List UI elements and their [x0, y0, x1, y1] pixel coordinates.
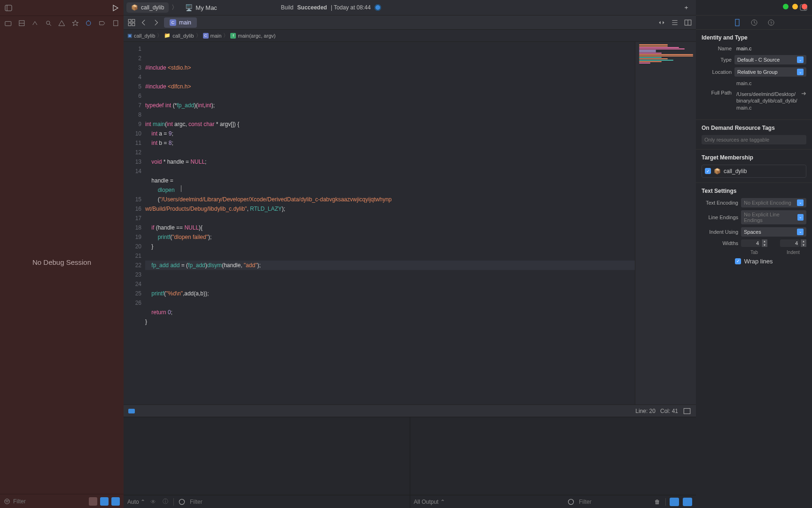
nav-icon-3[interactable]: [31, 20, 39, 27]
nav-back-icon[interactable]: [140, 18, 148, 27]
svg-marker-11: [100, 21, 105, 24]
identity-section-title: Identity and Type: [702, 34, 806, 41]
debug-info-icon[interactable]: ⓘ: [161, 498, 170, 506]
file-name-field[interactable]: main.c: [734, 45, 806, 52]
variables-view[interactable]: [124, 417, 410, 495]
debug-pane-right-toggle[interactable]: [683, 498, 692, 506]
auto-scope-selector[interactable]: Auto ⌃: [127, 499, 145, 505]
debug-pane-left-toggle[interactable]: [670, 498, 679, 506]
svg-rect-19: [132, 23, 135, 26]
assistant-editor-icon[interactable]: [684, 18, 692, 27]
test-nav-icon[interactable]: [72, 20, 79, 27]
reveal-path-icon[interactable]: ➜: [801, 90, 806, 97]
debug-nav-icon[interactable]: [85, 20, 92, 27]
nav-icon-2[interactable]: [18, 20, 25, 27]
nav-forward-icon[interactable]: [152, 18, 160, 27]
tab-width-stepper[interactable]: 4 ▲▼: [741, 239, 767, 247]
editor-layout-icon[interactable]: [683, 407, 691, 415]
traffic-light-minimize[interactable]: [792, 4, 798, 9]
cloud-status-icon: [375, 4, 381, 11]
debug-eye-icon[interactable]: 👁: [149, 498, 157, 506]
debug-filter2-icon[interactable]: [567, 498, 575, 506]
output-mode-selector[interactable]: All Output ⌃: [414, 499, 445, 505]
folder-icon: 📁: [164, 32, 171, 39]
filter-icon[interactable]: [4, 498, 10, 505]
editor-tab[interactable]: C main: [164, 17, 197, 28]
svg-point-27: [568, 499, 573, 504]
cursor-line: Line: 20: [635, 408, 656, 414]
add-tab-button[interactable]: ＋: [679, 1, 693, 14]
history-inspector-tab[interactable]: [750, 19, 758, 26]
line-number-gutter[interactable]: 1234567891011121314 15161718192021222324…: [124, 42, 145, 405]
text-encoding-select[interactable]: No Explicit Encoding⌄: [741, 198, 806, 207]
cursor-col: Col: 41: [660, 408, 678, 414]
target-checkbox[interactable]: ✓: [705, 168, 711, 174]
c-file-crumb-icon: C: [203, 33, 209, 39]
svg-rect-3: [5, 21, 11, 25]
traffic-light-zoom[interactable]: [783, 4, 789, 9]
function-icon: f: [230, 33, 236, 39]
console-filter-input[interactable]: [579, 499, 649, 505]
navigator-filter-input[interactable]: [13, 498, 86, 505]
editor-area: 📦 call_dylib 〉 🖥️ My Mac Build Succeeded…: [124, 0, 696, 508]
search-nav-icon[interactable]: [45, 20, 52, 27]
ondemand-section-title: On Demand Resource Tags: [702, 125, 806, 131]
full-path: /Users/deelmind/Desktop/binary/call_dyli…: [734, 90, 798, 112]
breakpoint-indicator[interactable]: [128, 409, 135, 413]
run-destination[interactable]: 🖥️ My Mac: [180, 3, 222, 13]
breadcrumb-bar[interactable]: ▣call_dylib 〉 📁call_dylib 〉 Cmain 〉 fmai…: [124, 30, 696, 42]
text-settings-title: Text Settings: [702, 188, 806, 194]
target-app-icon: 📦: [714, 168, 721, 175]
file-type-select[interactable]: Default - C Source⌄: [734, 55, 806, 64]
folder-nav-icon[interactable]: [5, 20, 12, 27]
editor-options-icon[interactable]: [671, 18, 679, 27]
indent-width-stepper[interactable]: 4 ▲▼: [780, 239, 806, 247]
line-endings-select[interactable]: No Explicit Line Endings⌄: [741, 210, 806, 224]
svg-rect-0: [5, 5, 12, 11]
svg-rect-30: [735, 19, 739, 26]
related-items-icon[interactable]: [127, 18, 136, 27]
svg-marker-8: [59, 20, 65, 25]
filter-toggle-3[interactable]: [111, 497, 120, 506]
scheme-selector[interactable]: 📦 call_dylib: [126, 2, 169, 13]
debug-area: Auto ⌃ 👁 ⓘ All Output ⌃ 🗑: [124, 417, 696, 508]
breakpoint-nav-icon[interactable]: [99, 20, 106, 27]
svg-point-26: [179, 499, 184, 504]
traffic-light-close[interactable]: [802, 4, 807, 9]
build-status: Build Succeeded | Today at 08:44: [281, 4, 381, 11]
debug-session-empty: No Debug Session: [0, 31, 124, 494]
clear-console-icon[interactable]: 🗑: [653, 498, 662, 506]
minimap[interactable]: [635, 42, 696, 405]
wrap-lines-checkbox[interactable]: ✓: [735, 258, 741, 264]
svg-rect-12: [113, 20, 117, 25]
help-inspector-tab[interactable]: ?: [767, 19, 775, 26]
variables-filter-input[interactable]: [190, 499, 406, 505]
navigator-icon-row: [0, 16, 124, 31]
svg-point-6: [46, 21, 49, 24]
console-view[interactable]: [410, 417, 696, 495]
target-membership-item[interactable]: ✓ 📦 call_dylib: [702, 165, 806, 178]
svg-rect-16: [128, 19, 131, 22]
sidebar-toggle-icon[interactable]: [5, 4, 12, 12]
svg-line-7: [49, 24, 51, 26]
debug-filter-icon[interactable]: [178, 498, 186, 506]
svg-text:?: ?: [770, 21, 772, 25]
editor-action-icon-1[interactable]: [657, 18, 666, 27]
filter-toggle-2[interactable]: [100, 497, 109, 506]
svg-point-13: [5, 499, 10, 504]
location-select[interactable]: Relative to Group⌄: [734, 67, 806, 77]
c-file-icon: C: [170, 19, 176, 26]
location-file: main.c: [734, 79, 806, 87]
svg-marker-9: [72, 20, 78, 25]
svg-rect-25: [684, 408, 690, 413]
project-icon: ▣: [127, 32, 132, 39]
filter-toggle-1[interactable]: [89, 497, 97, 506]
source-editor[interactable]: #include <stdio.h> #include <dlfcn.h> ty…: [145, 42, 635, 405]
svg-marker-2: [113, 5, 118, 11]
run-button[interactable]: [111, 4, 119, 12]
file-inspector-tab[interactable]: [734, 19, 741, 26]
warning-nav-icon[interactable]: [58, 20, 65, 27]
report-nav-icon[interactable]: [112, 20, 119, 27]
svg-rect-18: [128, 23, 131, 26]
indent-using-select[interactable]: Spaces⌄: [741, 227, 806, 237]
